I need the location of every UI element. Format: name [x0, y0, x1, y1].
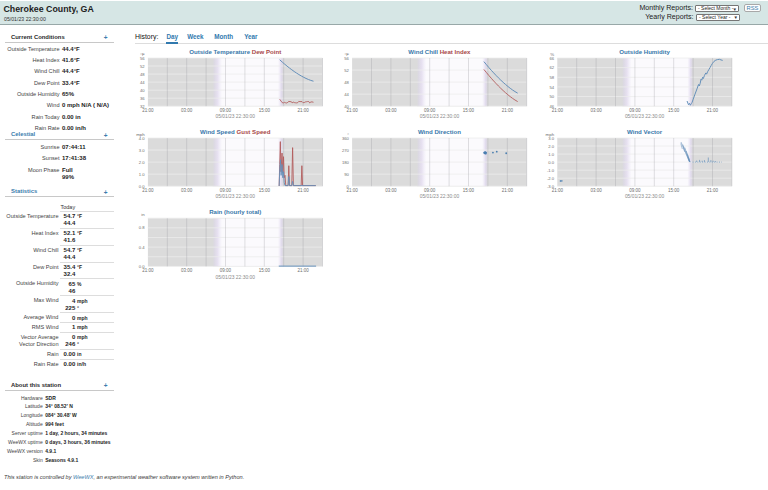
svg-text:09:00: 09:00: [424, 188, 436, 193]
svg-text:21:00: 21:00: [297, 268, 309, 273]
svg-text:21:00: 21:00: [552, 108, 564, 113]
svg-text:Outside Temperature Dew Point: Outside Temperature Dew Point: [189, 48, 281, 55]
svg-text:21:00: 21:00: [142, 268, 154, 273]
svg-text:54: 54: [549, 85, 554, 90]
svg-text:50: 50: [549, 94, 554, 99]
svg-text:03:00: 03:00: [385, 188, 397, 193]
svg-text:03:00: 03:00: [385, 108, 397, 113]
svg-text:40: 40: [140, 88, 145, 93]
svg-text:Wind Direction: Wind Direction: [418, 128, 461, 135]
svg-text:90: 90: [344, 172, 349, 177]
svg-text:21:00: 21:00: [707, 108, 719, 113]
svg-text:48: 48: [344, 80, 349, 85]
svg-text:1.0: 1.0: [139, 172, 145, 177]
svg-text:21:00: 21:00: [502, 108, 514, 113]
svg-text:09:00: 09:00: [220, 108, 232, 113]
svg-text:44: 44: [140, 80, 145, 85]
svg-text:21:00: 21:00: [707, 188, 719, 193]
svg-text:2.0: 2.0: [548, 144, 554, 149]
svg-text:09:00: 09:00: [629, 188, 641, 193]
svg-text:48: 48: [140, 72, 145, 77]
svg-text:Wind Speed Gust Speed: Wind Speed Gust Speed: [200, 128, 271, 135]
svg-text:Outside Humidity: Outside Humidity: [619, 48, 670, 55]
svg-text:52: 52: [140, 64, 145, 69]
svg-text:0.4: 0.4: [139, 245, 145, 250]
svg-text:4.0: 4.0: [139, 136, 145, 141]
svg-text:56: 56: [344, 56, 349, 61]
svg-text:3.0: 3.0: [548, 136, 554, 141]
svg-text:21:00: 21:00: [142, 108, 154, 113]
svg-text:360: 360: [342, 136, 350, 141]
svg-text:21:00: 21:00: [297, 188, 309, 193]
svg-text:58: 58: [549, 75, 554, 80]
svg-text:09:00: 09:00: [220, 188, 232, 193]
svg-text:36: 36: [140, 96, 145, 101]
svg-text:3.0: 3.0: [139, 148, 145, 153]
svg-text:05/01/23 22:30:00: 05/01/23 22:30:00: [420, 194, 460, 199]
svg-text:180: 180: [342, 160, 350, 165]
svg-text:05/01/23 22:30:00: 05/01/23 22:30:00: [420, 114, 460, 119]
svg-text:15:00: 15:00: [463, 188, 475, 193]
svg-text:21:00: 21:00: [552, 188, 564, 193]
svg-text:05/01/23 22:30:00: 05/01/23 22:30:00: [215, 114, 255, 119]
svg-text:03:00: 03:00: [590, 108, 602, 113]
svg-text:03:00: 03:00: [181, 108, 193, 113]
svg-text:66: 66: [549, 56, 554, 61]
svg-text:05/01/23 22:30:00: 05/01/23 22:30:00: [625, 194, 665, 199]
svg-text:09:00: 09:00: [629, 108, 641, 113]
svg-text:05/01/23 22:30:00: 05/01/23 22:30:00: [215, 275, 255, 280]
svg-text:15:00: 15:00: [668, 188, 680, 193]
svg-text:21:00: 21:00: [297, 108, 309, 113]
svg-text:15:00: 15:00: [259, 268, 271, 273]
svg-text:Wind Vector: Wind Vector: [627, 128, 663, 135]
svg-text:Rain (hourly total): Rain (hourly total): [209, 208, 261, 215]
svg-text:0.8: 0.8: [139, 225, 145, 230]
svg-text:1.0: 1.0: [548, 152, 554, 157]
svg-text:09:00: 09:00: [220, 268, 232, 273]
svg-text:03:00: 03:00: [181, 268, 193, 273]
svg-text:56: 56: [140, 56, 145, 61]
svg-text:05/01/23 22:30:00: 05/01/23 22:30:00: [625, 114, 665, 119]
svg-text:Wind Chill Heat Index: Wind Chill Heat Index: [408, 48, 471, 55]
svg-text:15:00: 15:00: [259, 188, 271, 193]
svg-text:-1.0: -1.0: [547, 168, 555, 173]
svg-text:21:00: 21:00: [142, 188, 154, 193]
svg-text:in: in: [141, 212, 145, 217]
svg-text:44: 44: [344, 92, 349, 97]
svg-text:-2.0: -2.0: [547, 176, 555, 181]
svg-text:15:00: 15:00: [259, 108, 271, 113]
svg-text:03:00: 03:00: [590, 188, 602, 193]
svg-text:09:00: 09:00: [424, 108, 436, 113]
svg-text:21:00: 21:00: [346, 188, 358, 193]
svg-text:2.0: 2.0: [139, 160, 145, 165]
svg-text:15:00: 15:00: [463, 108, 475, 113]
svg-text:03:00: 03:00: [181, 188, 193, 193]
svg-text:52: 52: [344, 68, 349, 73]
svg-text:21:00: 21:00: [346, 108, 358, 113]
svg-text:62: 62: [549, 65, 554, 70]
svg-text:270: 270: [342, 148, 350, 153]
svg-text:21:00: 21:00: [502, 188, 514, 193]
svg-text:05/01/23 22:30:00: 05/01/23 22:30:00: [215, 194, 255, 199]
svg-text:0.0: 0.0: [548, 160, 554, 165]
svg-text:15:00: 15:00: [668, 108, 680, 113]
